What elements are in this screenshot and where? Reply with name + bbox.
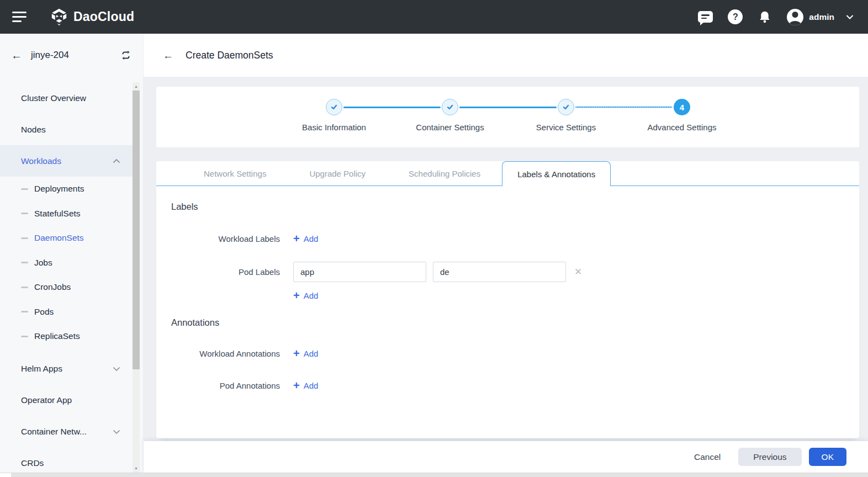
add-pod-label-row: + Add [156,290,859,301]
add-pod-label-button[interactable]: + Add [293,290,318,301]
topbar: DaoCloud ? admin [0,0,868,34]
tab-labels-annotations[interactable]: Labels & Annotations [502,161,611,186]
plus-icon: + [293,348,300,359]
workload-labels-row: Workload Labels + Add [156,233,859,244]
plus-icon: + [293,290,300,301]
chevron-down-icon [113,430,120,434]
horizontal-scrollbar-thumb[interactable] [11,473,868,477]
wizard-footer: Cancel Previous OK [144,441,868,473]
sidebar-item-helm-apps[interactable]: Helm Apps [0,353,133,385]
sidebar: ← jinye-204 Cluster Overview Nodes Workl… [0,34,144,477]
dash-icon [21,287,28,288]
page-title: Create DaemonSets [186,50,273,61]
chevron-up-icon [113,158,120,163]
chevron-down-icon [113,367,120,372]
main-area: ← Create DaemonSets Basic Information Co… [144,34,868,477]
pod-annotations-label: Pod Annotations [156,381,280,390]
workload-annotations-label: Workload Annotations [156,349,280,358]
cluster-name: jinye-204 [31,50,120,61]
sidebar-item-workloads[interactable]: Workloads [0,145,133,177]
ok-button[interactable]: OK [809,448,846,466]
step-advanced-settings[interactable]: 4 Advanced Settings [624,87,740,132]
tab-scheduling-policies[interactable]: Scheduling Policies [387,161,502,186]
step-container-settings[interactable]: Container Settings [392,87,508,132]
page-back-icon[interactable]: ← [163,50,173,61]
sidebar-item-deployments[interactable]: Deployments [0,177,133,202]
tab-network-settings[interactable]: Network Settings [182,161,288,186]
dash-icon [21,336,28,337]
dash-icon [21,213,28,214]
sidebar-item-cronjobs[interactable]: CronJobs [0,275,133,300]
bell-icon[interactable] [758,10,772,24]
wizard-stepper: Basic Information Container Settings Ser… [156,87,859,147]
labels-heading: Labels [156,186,859,212]
tab-bar: Network Settings Upgrade Policy Scheduli… [156,161,859,186]
brand-name: DaoCloud [73,9,134,24]
add-pod-annotation-button[interactable]: + Add [293,380,318,391]
add-workload-annotation-button[interactable]: + Add [293,348,318,359]
tab-upgrade-policy[interactable]: Upgrade Policy [288,161,387,186]
sidebar-item-statefulsets[interactable]: StatefulSets [0,202,133,226]
pod-labels-label: Pod Labels [156,267,280,277]
workload-annotations-row: Workload Annotations + Add [156,348,859,359]
step-number: 4 [674,99,690,115]
sidebar-item-nodes[interactable]: Nodes [0,114,133,145]
menu-icon[interactable] [12,9,27,25]
help-icon[interactable]: ? [728,9,743,24]
annotations-heading: Annotations [156,317,859,328]
chat-icon[interactable] [698,11,713,23]
scrollbar-thumb[interactable] [133,91,140,369]
sidebar-item-operator-app[interactable]: Operator App [0,385,133,416]
dash-icon [21,237,28,239]
brand-logo[interactable]: DaoCloud [50,8,134,26]
step-check-icon [442,99,458,115]
sidebar-back-icon[interactable]: ← [11,50,22,61]
user-avatar[interactable] [787,9,803,25]
cancel-button[interactable]: Cancel [691,448,724,466]
plus-icon: + [293,233,300,244]
sidebar-item-daemonsets[interactable]: DaemonSets [0,226,133,251]
labels-annotations-panel: Labels Workload Labels + Add Pod Labels [156,186,859,438]
sidebar-item-container-network[interactable]: Container Netw... [0,416,133,448]
scroll-up-icon[interactable]: ▲ [133,82,140,91]
pod-label-key-input[interactable] [293,262,426,282]
dash-icon [21,311,28,312]
sidebar-scrollbar[interactable]: ▲ ▼ [133,82,140,473]
sidebar-item-replicasets[interactable]: ReplicaSets [0,324,133,349]
daocloud-cube-icon [50,8,68,26]
page-header: ← Create DaemonSets [144,34,868,77]
sidebar-header: ← jinye-204 [0,34,143,77]
previous-button[interactable]: Previous [738,448,801,466]
sidebar-item-pods[interactable]: Pods [0,300,133,325]
sidebar-menu: Cluster Overview Nodes Workloads Deploym… [0,82,133,477]
dash-icon [21,262,28,263]
switch-cluster-icon[interactable] [120,49,132,61]
step-basic-information[interactable]: Basic Information [276,87,392,132]
dash-icon [21,188,28,190]
horizontal-scrollbar[interactable] [0,473,868,477]
username[interactable]: admin [809,12,834,22]
chevron-down-icon[interactable] [846,12,854,22]
workload-labels-label: Workload Labels [156,234,280,243]
sidebar-item-cluster-overview[interactable]: Cluster Overview [0,82,133,114]
step-check-icon [326,99,342,115]
scroll-down-icon[interactable]: ▼ [133,464,140,473]
pod-label-value-input[interactable] [433,262,566,282]
sidebar-item-jobs[interactable]: Jobs [0,251,133,275]
add-workload-label-button[interactable]: + Add [293,233,318,244]
pod-annotations-row: Pod Annotations + Add [156,380,859,391]
step-service-settings[interactable]: Service Settings [508,87,624,132]
step-check-icon [558,99,574,115]
remove-pod-label-icon[interactable]: ✕ [574,266,582,278]
plus-icon: + [293,380,300,391]
pod-labels-row: Pod Labels ✕ [156,262,859,282]
